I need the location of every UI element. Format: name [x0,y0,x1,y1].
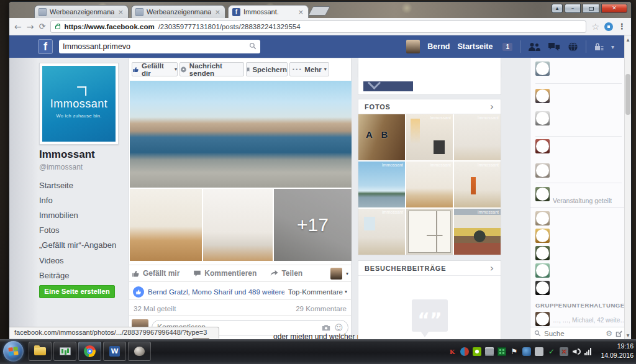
comment-action[interactable]: Kommentieren [193,269,257,278]
shares-count[interactable]: 32 Mal geteilt [134,305,176,312]
comments-sort-dropdown[interactable]: Top-Kommentare ▾ [288,288,347,296]
browser-scrollbar[interactable]: ▲ ▼ [624,35,631,339]
tray-chat-icon[interactable] [535,347,543,356]
chrome-menu-icon[interactable]: ⋮ [618,22,626,31]
restore-up-icon[interactable]: ▴ [552,4,563,13]
reload-icon[interactable]: ⟳ [39,22,45,30]
ticker-story-avatar[interactable] [535,139,550,153]
taskbar-gimp-button[interactable] [128,342,151,361]
page-profile-picture[interactable]: Immossant Wo ich zuhause bin. [39,63,119,145]
sidebar-item-videos[interactable]: Videos [39,256,64,265]
close-button[interactable]: ✕ [601,4,627,13]
likes-summary-text[interactable]: Bernd Gratzl, Momo Sharif und 489 weiter… [148,288,284,296]
notifications-globe-icon[interactable] [568,42,578,52]
chat-contact-avatar[interactable] [535,263,550,278]
chat-contact-avatar[interactable] [535,211,550,225]
scroll-up-icon[interactable]: ▲ [625,37,631,42]
sidebar-item-gefaellt-mir-angaben[interactable]: „Gefällt mir“-Angaben [39,240,116,250]
gear-icon[interactable]: ⚙ [606,329,612,338]
ticker-story-avatar[interactable] [535,187,550,201]
chat-contact-avatar[interactable] [535,246,550,260]
chevron-right-icon[interactable]: › [490,101,494,112]
group-conversation-names[interactable]: …, …, Michael, 42 weite… [553,317,625,324]
tab-immossant-active[interactable]: f Immossant. × [228,5,309,18]
address-bar[interactable]: https://www.facebook.com /23035977713180… [50,20,586,33]
extension-icon[interactable] [604,22,613,31]
photo-thumbnail[interactable]: A B [358,114,405,160]
more-photos-overlay[interactable]: +17 [274,189,352,261]
taskbar-explorer-button[interactable] [29,342,52,361]
tab-close-icon[interactable]: × [298,9,304,16]
start-button[interactable] [3,341,24,362]
sidebar-item-beitraege[interactable]: Beiträge [39,271,69,280]
scrollbar-thumb[interactable] [625,74,630,115]
storage-icon[interactable] [485,347,494,356]
ticker-event-note[interactable]: Veranstaltung geteilt [553,197,612,204]
visitor-posts-header[interactable]: BESUCHERBEITRÄGE › [358,261,501,276]
chat-contact-avatar[interactable] [535,281,550,295]
photo-thumbnail[interactable]: Immossant [406,162,453,207]
user-avatar[interactable] [406,40,420,53]
browser-titlebar[interactable]: Werbeanzeigenmanager × Werbeanzeigenmana… [9,2,631,18]
tab-close-icon[interactable]: × [214,9,221,16]
taskbar-system-monitor-button[interactable] [53,342,76,361]
more-button[interactable]: ··· Mehr ▾ [289,62,329,76]
messages-icon[interactable] [548,42,560,52]
home-link[interactable]: Startseite [457,42,493,51]
facebook-logo[interactable]: f [38,39,53,54]
photo-thumbnail-floorplan[interactable] [406,209,453,255]
tab-werbeanzeigenmanager-2[interactable]: Werbeanzeigenmanager × [131,5,225,18]
comments-count[interactable]: 29 Kommentare [296,305,347,312]
ticker-story-avatar[interactable] [535,111,550,125]
ticker-story-avatar[interactable] [535,61,550,76]
kaspersky-icon[interactable]: K [448,347,457,356]
facebook-search-input[interactable] [63,42,249,51]
create-page-button[interactable]: Eine Seite erstellen [39,285,115,298]
ticker-story-avatar[interactable] [535,89,550,103]
like-page-button[interactable]: Gefällt dir ▾ [132,62,178,76]
sidebar-item-info[interactable]: Info [39,196,53,205]
like-action[interactable]: Gefällt mir [132,269,179,278]
security-check-icon[interactable]: ✓ [547,347,556,356]
smiley-icon[interactable]: ☺ [334,323,343,332]
forward-icon[interactable]: → [27,22,34,31]
compose-icon[interactable] [616,330,623,337]
save-button[interactable]: Speichern [246,62,288,76]
taskbar-clock[interactable]: 19:16 14.09.2016 [595,342,634,360]
photo-thumbnail[interactable]: Immossant [358,209,405,255]
nvidia-icon[interactable] [473,347,481,356]
back-icon[interactable]: ← [14,22,22,31]
sidebar-item-fotos[interactable]: Fotos [39,225,60,235]
grid-app-icon[interactable] [497,347,506,356]
photo-thumbnail[interactable]: Immossant [358,162,405,207]
chevron-right-icon[interactable]: › [490,262,494,274]
friend-requests-icon[interactable] [528,42,540,52]
tray-network-app-icon[interactable] [522,347,531,356]
send-message-button[interactable]: Nachricht senden [179,62,244,76]
group-conversation-avatar[interactable] [535,312,550,326]
tray-app-icon[interactable] [460,347,469,356]
tab-werbeanzeigenmanager-1[interactable]: Werbeanzeigenmanager × [34,5,129,18]
photos-card-header[interactable]: FOTOS › [358,99,501,114]
chat-search-input[interactable] [544,330,602,337]
maximize-button[interactable] [583,4,599,13]
scroll-down-icon[interactable]: ▼ [625,333,631,337]
sidebar-item-immobilien[interactable]: Immobilien [39,211,78,220]
facebook-search-box[interactable] [59,40,260,53]
post-photo-terrace[interactable] [130,81,352,188]
photo-thumbnail[interactable]: Immossant [454,114,501,160]
bookmark-star-icon[interactable]: ☆ [591,22,599,32]
chat-search-bar[interactable]: ⚙ [530,327,627,339]
taskbar-chrome-button[interactable] [78,342,101,361]
minimize-button[interactable]: – [565,4,581,13]
profile-link[interactable]: Bernd [427,42,450,51]
ticker-story-avatar[interactable] [535,163,550,178]
taskbar-word-button[interactable]: W [103,342,126,361]
photo-thumbnail[interactable]: Immossant [406,114,453,160]
network-signal-icon[interactable] [584,348,591,355]
volume-icon[interactable] [572,347,581,356]
account-menu-caret-icon[interactable]: ▾ [611,43,614,50]
new-tab-button[interactable] [308,6,330,16]
caret-down-icon[interactable]: ▾ [346,271,348,276]
post-photo-facade[interactable]: +17 [274,189,352,261]
